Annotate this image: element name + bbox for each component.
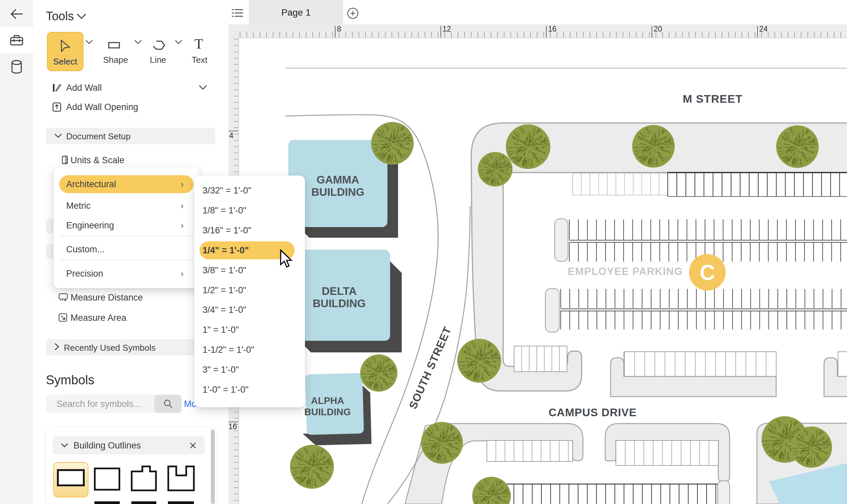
svg-text:8: 8	[337, 25, 341, 33]
svg-text:BUILDING: BUILDING	[311, 186, 364, 198]
svg-text:16: 16	[548, 25, 557, 33]
svg-text:20: 20	[654, 25, 663, 33]
svg-text:CAMPUS DRIVE: CAMPUS DRIVE	[548, 406, 636, 418]
svg-text:C: C	[700, 260, 715, 285]
svg-text:12: 12	[443, 25, 451, 33]
svg-text:GAMMA: GAMMA	[317, 174, 359, 186]
svg-text:4: 4	[229, 131, 233, 140]
svg-text:BUILDING: BUILDING	[304, 407, 351, 417]
svg-text:ALPHA: ALPHA	[311, 395, 344, 406]
svg-text:BUILDING: BUILDING	[312, 297, 366, 309]
svg-text:M STREET: M STREET	[683, 92, 743, 105]
svg-text:EMPLOYEE PARKING: EMPLOYEE PARKING	[567, 266, 683, 277]
svg-text:24: 24	[759, 25, 768, 33]
svg-text:16: 16	[229, 422, 237, 431]
svg-text:DELTA: DELTA	[322, 285, 357, 297]
